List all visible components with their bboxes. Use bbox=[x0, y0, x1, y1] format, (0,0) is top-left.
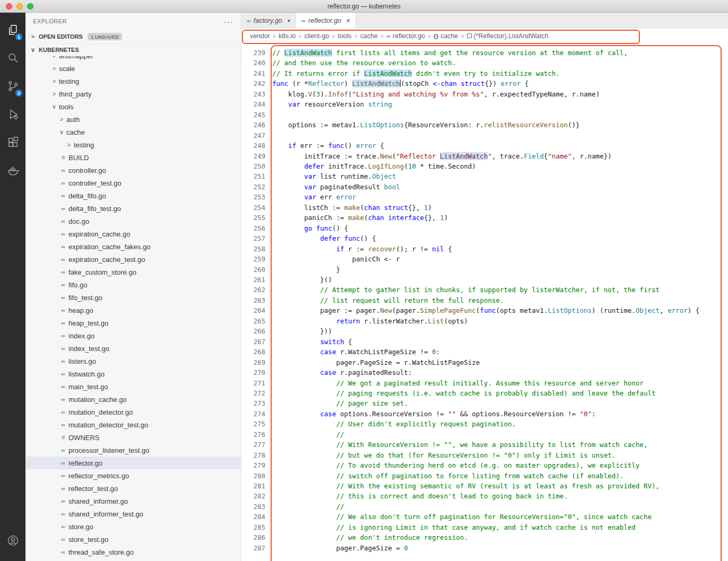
breadcrumb-item-tools[interactable]: tools bbox=[338, 32, 352, 40]
tree-item-store.go[interactable]: ∞store.go bbox=[25, 520, 241, 533]
code-line[interactable]: // With the existing semantic of RV (res… bbox=[272, 481, 728, 491]
open-editors-header[interactable]: > OPEN EDITORS 1 UNSAVED bbox=[25, 30, 241, 43]
code-line[interactable]: // We got a paginated result initially. … bbox=[272, 378, 728, 388]
code-line[interactable]: // is ignoring Limit in that case anyway… bbox=[272, 522, 728, 532]
code-line[interactable]: var list runtime.Object bbox=[272, 171, 728, 181]
breadcrumb-item-vendor[interactable]: vendor bbox=[250, 32, 270, 40]
code-line[interactable]: // switch off pagination to force listin… bbox=[272, 471, 728, 481]
tree-item-fake_custom_store.go[interactable]: ∞fake_custom_store.go bbox=[25, 266, 241, 278]
minimize-window-button[interactable] bbox=[16, 3, 23, 10]
code-line[interactable]: return r.listerWatcher.List(opts) bbox=[272, 316, 728, 326]
breadcrumb-item-(*Reflector).ListAndWatch[interactable]: (*Reflector).ListAndWatch bbox=[467, 32, 549, 40]
tree-item-third_party[interactable]: >third_party bbox=[25, 87, 241, 100]
code-line[interactable]: }() bbox=[272, 275, 728, 285]
tree-item-OWNERS[interactable]: ≡OWNERS bbox=[25, 431, 241, 444]
code-line[interactable]: var paginatedResult bool bbox=[272, 182, 728, 192]
code-line[interactable]: // Attempt to gather list in chunks, if … bbox=[272, 285, 728, 295]
tree-item-fifo_test.go[interactable]: ∞fifo_test.go bbox=[25, 291, 241, 304]
code-line[interactable] bbox=[272, 110, 728, 120]
tree-item-store_test.go[interactable]: ∞store_test.go bbox=[25, 533, 241, 546]
breadcrumb-item-reflector.go[interactable]: ∞reflector.go bbox=[386, 32, 425, 40]
tree-item-shared_informer.go[interactable]: ∞shared_informer.go bbox=[25, 495, 241, 507]
tree-item-index.go[interactable]: ∞index.go bbox=[25, 329, 241, 342]
code-line[interactable] bbox=[272, 130, 728, 141]
code-line[interactable]: panicCh := make(chan interface{}, 1) bbox=[272, 213, 728, 223]
activity-search[interactable] bbox=[0, 44, 25, 72]
code-line[interactable]: // With ResourceVersion != "", we have a… bbox=[272, 440, 728, 450]
tab-reflector.go[interactable]: ∞reflector.go× bbox=[296, 13, 356, 29]
code-line[interactable]: listCh := make(chan struct{}, 1) bbox=[272, 203, 728, 213]
tree-item-expiration_cache_fakes.go[interactable]: ∞expiration_cache_fakes.go bbox=[25, 240, 241, 253]
code-line[interactable]: options := metav1.ListOptions{ResourceVe… bbox=[272, 120, 728, 130]
code-line[interactable]: })) bbox=[272, 326, 728, 336]
tree-item-testmapper[interactable]: >testmapper bbox=[25, 56, 241, 62]
tree-item-heap_test.go[interactable]: ∞heap_test.go bbox=[25, 317, 241, 329]
code-line[interactable]: // bbox=[272, 429, 728, 440]
code-line[interactable]: // and then use the resource version to … bbox=[272, 58, 728, 68]
activity-docker[interactable] bbox=[0, 156, 25, 185]
more-actions-icon[interactable]: ··· bbox=[224, 17, 233, 26]
tree-item-listers.go[interactable]: ∞listers.go bbox=[25, 355, 241, 367]
tree-item-delta_fifo_test.go[interactable]: ∞delta_fifo_test.go bbox=[25, 202, 241, 215]
breadcrumb-item-client-go[interactable]: client-go bbox=[305, 32, 329, 40]
code-line[interactable]: pager := pager.New(pager.SimplePageFunc(… bbox=[272, 305, 728, 315]
code-line[interactable]: go func() { bbox=[272, 223, 728, 233]
workspace-section-header[interactable]: ∨ KUBERNETES bbox=[25, 43, 241, 56]
tree-item-main_test.go[interactable]: ∞main_test.go bbox=[25, 380, 241, 393]
code-editor[interactable]: 2392402412422432442452462472482492502512… bbox=[241, 43, 728, 561]
code-line[interactable]: // we don't introduce regression. bbox=[272, 532, 728, 542]
tree-item-processor_listener_test.go[interactable]: ∞processor_listener_test.go bbox=[25, 444, 241, 457]
code-line[interactable]: // pager size set. bbox=[272, 398, 728, 408]
code-line[interactable]: } bbox=[272, 265, 728, 275]
tree-item-reflector_test.go[interactable]: ∞reflector_test.go bbox=[25, 482, 241, 495]
tree-item-expiration_cache_test.go[interactable]: ∞expiration_cache_test.go bbox=[25, 253, 241, 266]
tree-item-testing[interactable]: >testing bbox=[25, 75, 241, 87]
code-line[interactable]: var resourceVersion string bbox=[272, 99, 728, 109]
tree-item-mutation_cache.go[interactable]: ∞mutation_cache.go bbox=[25, 393, 241, 406]
code-line[interactable]: // this is correct and doesn't lead to g… bbox=[272, 491, 728, 501]
activity-extensions[interactable] bbox=[0, 128, 25, 156]
tree-item-reflector_metrics.go[interactable]: ∞reflector_metrics.go bbox=[25, 469, 241, 482]
code-line[interactable]: pager.PageSize = r.WatchListPageSize bbox=[272, 357, 728, 367]
code-line[interactable]: switch { bbox=[272, 337, 728, 347]
code-line[interactable]: panicCh <- r bbox=[272, 254, 728, 264]
code-line[interactable]: // It returns error if ListAndWatch didn… bbox=[272, 68, 728, 78]
code-line[interactable]: // paging requests (i.e. watch cache is … bbox=[272, 388, 728, 398]
activity-source-control[interactable]: 2 bbox=[0, 72, 25, 100]
tree-item-auth[interactable]: >auth bbox=[25, 113, 241, 126]
breadcrumb-item-k8s.io[interactable]: k8s.io bbox=[279, 32, 296, 40]
code-line[interactable]: // To avoid thundering herd on etcd (e.g… bbox=[272, 460, 728, 470]
code-line[interactable]: klog.V(3).Infof("Listing and watching %v… bbox=[272, 89, 728, 99]
activity-run-debug[interactable] bbox=[0, 100, 25, 128]
breadcrumb-item-cache[interactable]: {}cache bbox=[434, 32, 458, 40]
tree-item-controller_test.go[interactable]: ∞controller_test.go bbox=[25, 177, 241, 189]
code-line[interactable]: defer initTrace.LogIfLong(10 * time.Seco… bbox=[272, 161, 728, 171]
code-line[interactable]: // bbox=[272, 502, 728, 512]
tree-item-controller.go[interactable]: ∞controller.go bbox=[25, 164, 241, 177]
code-line[interactable]: func (r *Reflector) ListAndWatch(stopCh … bbox=[272, 78, 728, 89]
code-line[interactable]: // list request will return the full res… bbox=[272, 295, 728, 305]
code-line[interactable]: initTrace := trace.New("Reflector ListAn… bbox=[272, 151, 728, 161]
tree-item-listwatch.go[interactable]: ∞listwatch.go bbox=[25, 367, 241, 380]
code-line[interactable]: if r := recover(); r != nil { bbox=[272, 244, 728, 254]
tree-item-index_test.go[interactable]: ∞index_test.go bbox=[25, 342, 241, 355]
tree-item-testing[interactable]: >testing bbox=[25, 138, 241, 151]
code-line[interactable]: case r.paginatedResult: bbox=[272, 367, 728, 378]
tree-item-fifo.go[interactable]: ∞fifo.go bbox=[25, 278, 241, 291]
code-line[interactable]: // but we do that (for ResourceVersion !… bbox=[272, 450, 728, 460]
tree-item-mutation_detector.go[interactable]: ∞mutation_detector.go bbox=[25, 406, 241, 418]
tree-item-cache[interactable]: ∨cache bbox=[25, 126, 241, 138]
close-window-button[interactable] bbox=[6, 3, 12, 10]
code-line[interactable]: // We also don't turn off pagination for… bbox=[272, 512, 728, 522]
tree-item-thread_safe_store.go[interactable]: ∞thread_safe_store.go bbox=[25, 546, 241, 558]
tab-factory.go[interactable]: ∞factory.go● bbox=[241, 13, 296, 28]
tree-item-reflector.go[interactable]: ∞reflector.go bbox=[25, 457, 241, 469]
tree-item-tools[interactable]: ∨tools bbox=[25, 100, 241, 113]
tree-item-scale[interactable]: >scale bbox=[25, 62, 241, 75]
zoom-window-button[interactable] bbox=[27, 3, 33, 10]
tree-item-shared_informer_test.go[interactable]: ∞shared_informer_test.go bbox=[25, 507, 241, 520]
tree-item-doc.go[interactable]: ∞doc.go bbox=[25, 215, 241, 227]
activity-explorer[interactable]: 1 bbox=[0, 16, 25, 44]
code-line[interactable]: var err error bbox=[272, 192, 728, 202]
code-content[interactable]: // ListAndWatch first lists all items an… bbox=[272, 48, 728, 561]
